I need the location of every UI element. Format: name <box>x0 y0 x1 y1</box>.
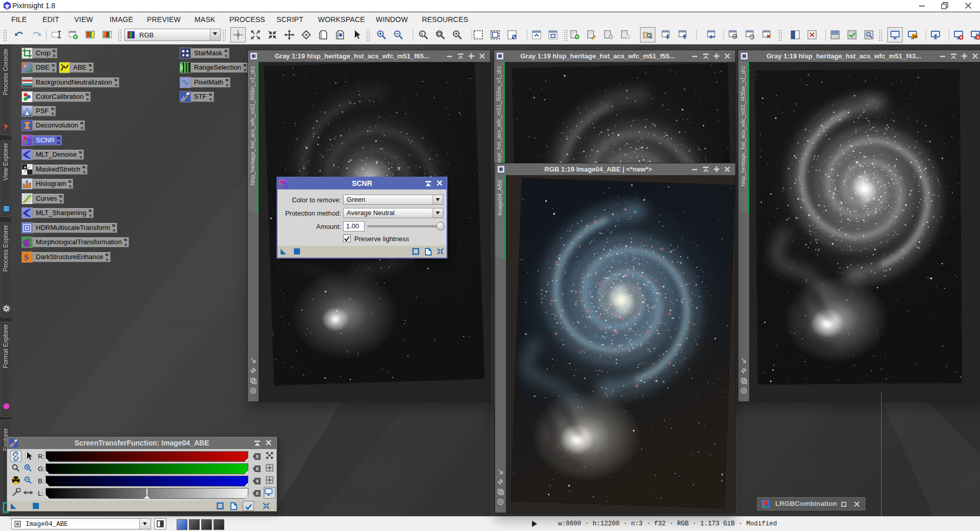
svg-text:24: 24 <box>912 34 917 39</box>
svg-text:1: 1 <box>421 32 423 36</box>
svg-text:S: S <box>24 253 29 262</box>
